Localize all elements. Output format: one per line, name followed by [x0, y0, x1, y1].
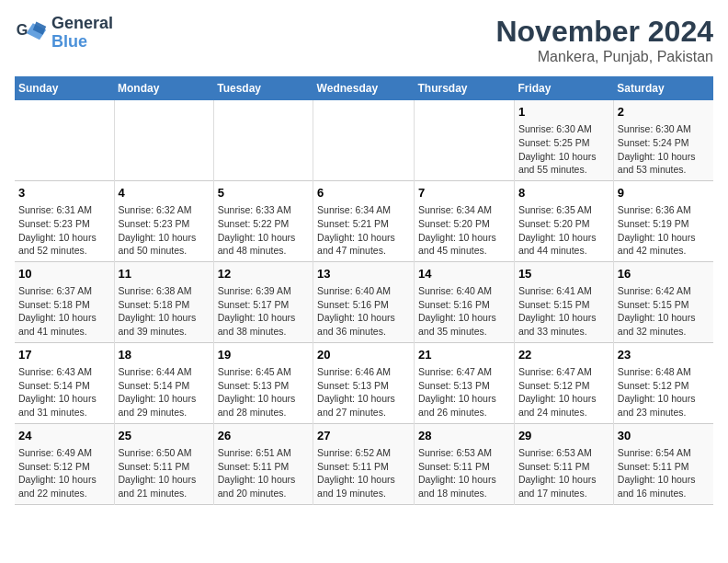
day-number: 29: [518, 428, 609, 444]
calendar-cell: 17Sunrise: 6:43 AMSunset: 5:14 PMDayligh…: [15, 342, 114, 423]
day-number: 22: [518, 347, 609, 363]
day-number: 10: [18, 266, 110, 282]
calendar-cell: 7Sunrise: 6:34 AMSunset: 5:20 PMDaylight…: [415, 180, 515, 261]
calendar-subtitle: Mankera, Punjab, Pakistan: [495, 49, 713, 65]
calendar-cell: 28Sunrise: 6:53 AMSunset: 5:11 PMDayligh…: [415, 423, 515, 504]
day-info: Sunrise: 6:40 AMSunset: 5:16 PMDaylight:…: [317, 284, 410, 339]
calendar-cell: [15, 100, 114, 180]
calendar-cell: 11Sunrise: 6:38 AMSunset: 5:18 PMDayligh…: [114, 261, 213, 342]
day-number: 18: [119, 347, 210, 363]
day-number: 9: [618, 185, 710, 201]
calendar-cell: 10Sunrise: 6:37 AMSunset: 5:18 PMDayligh…: [15, 261, 114, 342]
day-info: Sunrise: 6:45 AMSunset: 5:13 PMDaylight:…: [218, 365, 309, 419]
day-number: 5: [218, 185, 309, 201]
day-info: Sunrise: 6:48 AMSunset: 5:12 PMDaylight:…: [618, 365, 710, 419]
day-info: Sunrise: 6:40 AMSunset: 5:16 PMDaylight:…: [418, 284, 510, 339]
day-info: Sunrise: 6:52 AMSunset: 5:11 PMDaylight:…: [317, 446, 410, 500]
calendar-cell: 12Sunrise: 6:39 AMSunset: 5:17 PMDayligh…: [213, 261, 313, 342]
day-number: 21: [418, 347, 510, 363]
day-info: Sunrise: 6:53 AMSunset: 5:11 PMDaylight:…: [518, 446, 609, 500]
day-number: 1: [518, 104, 609, 121]
calendar-table: SundayMondayTuesdayWednesdayThursdayFrid…: [15, 76, 713, 505]
day-info: Sunrise: 6:30 AMSunset: 5:24 PMDaylight:…: [618, 122, 710, 177]
calendar-cell: 13Sunrise: 6:40 AMSunset: 5:16 PMDayligh…: [313, 261, 415, 342]
calendar-cell: 30Sunrise: 6:54 AMSunset: 5:11 PMDayligh…: [613, 423, 713, 504]
day-info: Sunrise: 6:39 AMSunset: 5:17 PMDaylight:…: [218, 284, 309, 339]
day-number: 24: [18, 428, 110, 444]
day-number: 19: [218, 347, 309, 363]
calendar-cell: 22Sunrise: 6:47 AMSunset: 5:12 PMDayligh…: [514, 342, 613, 423]
day-number: 30: [618, 428, 710, 444]
calendar-cell: 4Sunrise: 6:32 AMSunset: 5:23 PMDaylight…: [114, 180, 213, 261]
week-row-1: 1Sunrise: 6:30 AMSunset: 5:25 PMDaylight…: [15, 100, 713, 180]
day-number: 26: [218, 428, 309, 444]
day-info: Sunrise: 6:54 AMSunset: 5:11 PMDaylight:…: [618, 446, 710, 500]
day-info: Sunrise: 6:33 AMSunset: 5:22 PMDaylight:…: [218, 203, 309, 258]
header-monday: Monday: [114, 76, 213, 100]
day-number: 23: [618, 347, 710, 363]
header-wednesday: Wednesday: [313, 76, 415, 100]
calendar-cell: 16Sunrise: 6:42 AMSunset: 5:15 PMDayligh…: [613, 261, 713, 342]
page-header: G General Blue November 2024 Mankera, Pu…: [15, 15, 713, 65]
header-tuesday: Tuesday: [213, 76, 313, 100]
calendar-cell: [415, 100, 515, 180]
header-saturday: Saturday: [613, 76, 713, 100]
calendar-cell: 9Sunrise: 6:36 AMSunset: 5:19 PMDaylight…: [613, 180, 713, 261]
day-number: 3: [18, 185, 110, 201]
day-info: Sunrise: 6:44 AMSunset: 5:14 PMDaylight:…: [119, 365, 210, 419]
week-row-5: 24Sunrise: 6:49 AMSunset: 5:12 PMDayligh…: [15, 423, 713, 504]
day-number: 2: [618, 104, 710, 121]
calendar-cell: 1Sunrise: 6:30 AMSunset: 5:25 PMDaylight…: [514, 100, 613, 180]
day-info: Sunrise: 6:50 AMSunset: 5:11 PMDaylight:…: [119, 446, 210, 500]
calendar-cell: 8Sunrise: 6:35 AMSunset: 5:20 PMDaylight…: [514, 180, 613, 261]
calendar-cell: [213, 100, 313, 180]
day-number: 14: [418, 266, 510, 282]
calendar-cell: 27Sunrise: 6:52 AMSunset: 5:11 PMDayligh…: [313, 423, 415, 504]
day-number: 25: [119, 428, 210, 444]
day-info: Sunrise: 6:53 AMSunset: 5:11 PMDaylight:…: [418, 446, 510, 500]
day-number: 4: [119, 185, 210, 201]
header-sunday: Sunday: [15, 76, 114, 100]
calendar-cell: 3Sunrise: 6:31 AMSunset: 5:23 PMDaylight…: [15, 180, 114, 261]
day-number: 15: [518, 266, 609, 282]
day-info: Sunrise: 6:35 AMSunset: 5:20 PMDaylight:…: [518, 203, 609, 258]
day-number: 6: [317, 185, 410, 201]
svg-text:G: G: [17, 21, 28, 38]
calendar-title: November 2024: [495, 15, 713, 49]
calendar-cell: 21Sunrise: 6:47 AMSunset: 5:13 PMDayligh…: [415, 342, 515, 423]
day-info: Sunrise: 6:32 AMSunset: 5:23 PMDaylight:…: [119, 203, 210, 258]
day-info: Sunrise: 6:34 AMSunset: 5:20 PMDaylight:…: [418, 203, 510, 258]
week-row-3: 10Sunrise: 6:37 AMSunset: 5:18 PMDayligh…: [15, 261, 713, 342]
calendar-cell: 18Sunrise: 6:44 AMSunset: 5:14 PMDayligh…: [114, 342, 213, 423]
day-number: 11: [119, 266, 210, 282]
header-friday: Friday: [514, 76, 613, 100]
logo-line1: General: [51, 15, 113, 33]
day-info: Sunrise: 6:37 AMSunset: 5:18 PMDaylight:…: [18, 284, 110, 339]
day-info: Sunrise: 6:43 AMSunset: 5:14 PMDaylight:…: [18, 365, 110, 419]
calendar-cell: [313, 100, 415, 180]
calendar-cell: 19Sunrise: 6:45 AMSunset: 5:13 PMDayligh…: [213, 342, 313, 423]
day-info: Sunrise: 6:42 AMSunset: 5:15 PMDaylight:…: [618, 284, 710, 339]
calendar-cell: 26Sunrise: 6:51 AMSunset: 5:11 PMDayligh…: [213, 423, 313, 504]
title-section: November 2024 Mankera, Punjab, Pakistan: [495, 15, 713, 65]
calendar-cell: 20Sunrise: 6:46 AMSunset: 5:13 PMDayligh…: [313, 342, 415, 423]
day-number: 28: [418, 428, 510, 444]
day-info: Sunrise: 6:47 AMSunset: 5:13 PMDaylight:…: [418, 365, 510, 419]
day-info: Sunrise: 6:34 AMSunset: 5:21 PMDaylight:…: [317, 203, 410, 258]
calendar-cell: 6Sunrise: 6:34 AMSunset: 5:21 PMDaylight…: [313, 180, 415, 261]
day-number: 27: [317, 428, 410, 444]
calendar-cell: [114, 100, 213, 180]
calendar-cell: 24Sunrise: 6:49 AMSunset: 5:12 PMDayligh…: [15, 423, 114, 504]
calendar-cell: 2Sunrise: 6:30 AMSunset: 5:24 PMDaylight…: [613, 100, 713, 180]
calendar-header: SundayMondayTuesdayWednesdayThursdayFrid…: [15, 76, 713, 100]
day-number: 13: [317, 266, 410, 282]
calendar-cell: 25Sunrise: 6:50 AMSunset: 5:11 PMDayligh…: [114, 423, 213, 504]
day-info: Sunrise: 6:38 AMSunset: 5:18 PMDaylight:…: [119, 284, 210, 339]
calendar-cell: 29Sunrise: 6:53 AMSunset: 5:11 PMDayligh…: [514, 423, 613, 504]
day-number: 12: [218, 266, 309, 282]
week-row-2: 3Sunrise: 6:31 AMSunset: 5:23 PMDaylight…: [15, 180, 713, 261]
header-thursday: Thursday: [415, 76, 515, 100]
logo: G General Blue: [15, 15, 113, 52]
calendar-cell: 14Sunrise: 6:40 AMSunset: 5:16 PMDayligh…: [415, 261, 515, 342]
day-number: 16: [618, 266, 710, 282]
